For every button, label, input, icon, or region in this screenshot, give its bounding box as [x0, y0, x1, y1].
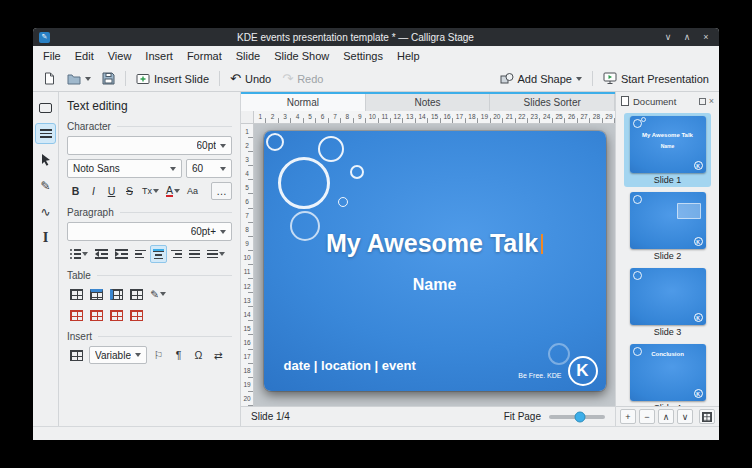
insert-bookmark-button[interactable]: ⚐	[150, 346, 167, 364]
font-color-button[interactable]: A	[163, 182, 183, 200]
bold-button[interactable]: B	[67, 182, 84, 200]
insert-special-button[interactable]	[67, 346, 86, 364]
insert-table-button[interactable]	[67, 285, 86, 303]
view-mode-button[interactable]	[699, 409, 715, 424]
menu-insert[interactable]: Insert	[138, 48, 180, 64]
delete-row-button[interactable]	[87, 306, 106, 324]
add-slide-button[interactable]: +	[620, 409, 636, 424]
menu-format[interactable]: Format	[180, 48, 229, 64]
calligraphy-tool[interactable]: ✎	[35, 175, 56, 196]
align-left-button[interactable]	[132, 245, 149, 263]
undo-button[interactable]: ↶ Undo	[225, 69, 276, 88]
delete-table-button[interactable]	[67, 306, 86, 324]
merge-cells-button[interactable]	[127, 285, 146, 303]
font-family-combo[interactable]: Noto Sans	[67, 159, 182, 178]
move-slide-up-button[interactable]: ∧	[658, 409, 674, 424]
slide-subtitle-text[interactable]: Name	[264, 276, 606, 294]
insert-slide-button[interactable]: Insert Slide	[131, 70, 214, 88]
paragraph-style-combo[interactable]: 60pt+	[67, 222, 232, 241]
increase-indent-button[interactable]	[112, 245, 131, 263]
menu-help[interactable]: Help	[390, 48, 427, 64]
split-cells-button[interactable]	[127, 306, 146, 324]
text-editing-tool[interactable]	[35, 123, 56, 144]
close-docker-icon[interactable]: ×	[709, 97, 714, 106]
align-center-button[interactable]	[150, 245, 167, 263]
menu-view[interactable]: View	[101, 48, 139, 64]
thumbnail-preview[interactable]: Conclusion K	[630, 344, 706, 401]
align-justify-button[interactable]	[186, 245, 203, 263]
formatting-marks-button[interactable]: ¶	[170, 346, 187, 364]
clear-formatting-button[interactable]: Tx	[139, 182, 162, 200]
menu-edit[interactable]: Edit	[68, 48, 101, 64]
strikethrough-button[interactable]: S	[121, 182, 138, 200]
ruler-mark: 16	[441, 111, 453, 123]
artistic-text-tool[interactable]: I	[35, 227, 56, 248]
slide-canvas[interactable]: My Awesome Talk Name date | location | e…	[254, 124, 615, 406]
align-right-button[interactable]	[168, 245, 185, 263]
more-character-options-button[interactable]: …	[211, 182, 232, 200]
window-title: KDE events presentation template * — Cal…	[55, 32, 656, 43]
slide-thumbnail-1[interactable]: My Awesome Talk Name K Slide 1	[624, 113, 711, 187]
menu-file[interactable]: File	[36, 48, 68, 64]
slide-thumbnail-list: My Awesome Talk Name K Slide 1 K Slide 2	[616, 110, 719, 406]
close-button[interactable]: ×	[699, 32, 713, 42]
italic-button[interactable]: I	[85, 182, 102, 200]
add-shape-button[interactable]: Add Shape	[495, 69, 587, 88]
table-border-pen-button[interactable]: ✎	[147, 285, 169, 303]
delete-column-button[interactable]	[107, 306, 126, 324]
change-case-button[interactable]: Aa	[184, 182, 201, 200]
slide-title-value: My Awesome Talk	[326, 229, 538, 257]
titlebar[interactable]: ✎ KDE events presentation template * — C…	[33, 28, 719, 46]
slide-thumbnail-3[interactable]: K Slide 3	[624, 265, 711, 339]
text-direction-button[interactable]: ⇄	[210, 346, 227, 364]
thumbnail-preview[interactable]: K	[630, 192, 706, 249]
menu-settings[interactable]: Settings	[336, 48, 390, 64]
ruler-mark: 8	[341, 111, 353, 123]
tab-slides-sorter[interactable]: Slides Sorter	[490, 94, 615, 111]
decrease-indent-button[interactable]	[92, 245, 111, 263]
slide-title-text[interactable]: My Awesome Talk	[264, 229, 606, 258]
interaction-tool[interactable]	[35, 149, 56, 170]
insert-row-button[interactable]	[87, 285, 106, 303]
ruler-mark: 26	[565, 111, 577, 123]
zoom-slider-knob[interactable]	[574, 411, 585, 422]
redo-button[interactable]: ↷ Redo	[277, 69, 328, 88]
thumbnail-preview[interactable]: K	[630, 268, 706, 325]
menu-slide[interactable]: Slide	[229, 48, 267, 64]
maximize-button[interactable]: ∧	[680, 32, 694, 42]
ruler-mark: 17	[453, 111, 465, 123]
ruler-mark: 25	[553, 111, 565, 123]
tab-normal[interactable]: Normal	[241, 94, 366, 111]
minimize-button[interactable]: ∨	[661, 32, 675, 42]
insert-column-button[interactable]	[107, 285, 126, 303]
slide-footer-text[interactable]: date | location | event	[284, 358, 416, 373]
variable-combo[interactable]: Variable	[89, 346, 147, 364]
list-style-button[interactable]	[67, 245, 91, 263]
thumbnail-preview[interactable]: My Awesome Talk Name K	[630, 116, 706, 173]
start-presentation-button[interactable]: Start Presentation	[598, 69, 714, 88]
bubble-ring-icon	[278, 157, 330, 209]
open-document-button[interactable]	[62, 70, 96, 88]
zoom-mode-label[interactable]: Fit Page	[504, 411, 541, 422]
slide-thumbnail-4[interactable]: Conclusion K Slide 4	[624, 341, 711, 406]
zoom-slider[interactable]	[549, 415, 605, 419]
tab-notes[interactable]: Notes	[366, 94, 491, 111]
slide-editor[interactable]: My Awesome Talk Name date | location | e…	[264, 131, 606, 391]
float-docker-icon[interactable]	[699, 98, 706, 105]
slide-thumbnail-2[interactable]: K Slide 2	[624, 189, 711, 263]
underline-button[interactable]: U	[103, 182, 120, 200]
freehand-path-tool[interactable]: ∿	[35, 201, 56, 222]
line-spacing-button[interactable]	[204, 245, 228, 263]
font-size-combo[interactable]: 60	[186, 159, 232, 178]
new-document-button[interactable]	[38, 69, 61, 88]
center-view: Normal Notes Slides Sorter 1234567891011…	[241, 92, 615, 426]
menu-slide-show[interactable]: Slide Show	[267, 48, 336, 64]
open-dropdown-icon	[85, 77, 91, 81]
character-style-combo[interactable]: 60pt	[67, 136, 232, 155]
delete-slide-button[interactable]: −	[639, 409, 655, 424]
special-character-button[interactable]: Ω	[190, 346, 207, 364]
menubar: File Edit View Insert Format Slide Slide…	[33, 46, 719, 66]
move-slide-down-button[interactable]: ∨	[677, 409, 693, 424]
save-button[interactable]	[97, 69, 120, 88]
shape-handling-tool[interactable]	[35, 97, 56, 118]
